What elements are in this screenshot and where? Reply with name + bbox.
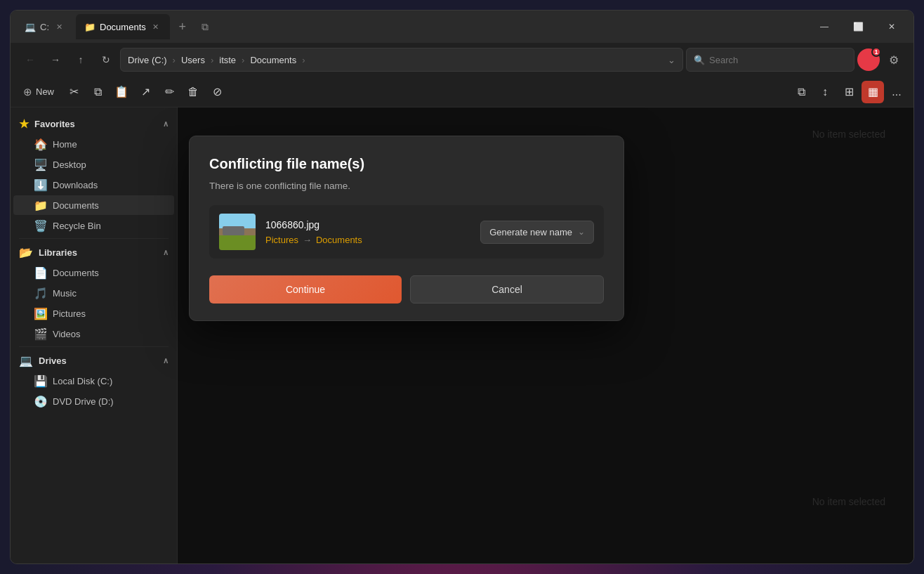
back-button[interactable]: ← <box>19 48 41 71</box>
layout-button[interactable]: ⊞ <box>838 81 860 103</box>
tab-documents[interactable]: 📁 Documents ✕ <box>76 14 170 39</box>
toolbar: ← → ↑ ↻ Drive (C:) › Users › itste › Doc… <box>11 43 913 77</box>
sidebar-item-pictures-label: Pictures <box>53 308 86 319</box>
tab-layout-button[interactable]: ⧉ <box>195 17 215 37</box>
sidebar-item-videos[interactable]: 🎬 Videos <box>13 324 174 344</box>
new-button[interactable]: ⊕ New <box>16 81 61 103</box>
desktop-icon: 🖥️ <box>34 158 47 171</box>
tab-documents-label: Documents <box>100 22 146 32</box>
copy-button[interactable]: ⧉ <box>86 81 109 103</box>
favorites-label: Favorites <box>34 119 75 129</box>
sort-button[interactable]: ↕ <box>814 81 836 103</box>
delete-button[interactable]: 🗑 <box>182 81 204 103</box>
sidebar-item-music[interactable]: 🎵 Music <box>13 283 174 303</box>
continue-button[interactable]: Continue <box>209 275 402 304</box>
view-toggle-button[interactable]: ▦ <box>862 81 884 103</box>
search-bar[interactable]: 🔍 <box>686 48 854 72</box>
sidebar-item-recycle-bin[interactable]: 🗑️ Recycle Bin <box>13 216 174 235</box>
conflict-resolution-dropdown[interactable]: Generate new name ⌄ <box>480 221 594 244</box>
main-area: ★ Favorites ∧ 🏠 Home 🖥️ Desktop ⬇️ Downl… <box>11 107 913 563</box>
tab-c-drive[interactable]: 💻 C: ✕ <box>16 14 73 39</box>
videos-icon: 🎬 <box>34 327 47 340</box>
sidebar-item-documents[interactable]: 📁 Documents <box>13 195 174 215</box>
refresh-button[interactable]: ↻ <box>95 48 117 71</box>
lib-documents-icon: 📄 <box>34 266 47 279</box>
window-controls: — ⬜ ✕ <box>808 15 908 38</box>
breadcrumb-sep-4: › <box>302 55 305 65</box>
user-avatar[interactable]: 1 <box>857 48 880 71</box>
sidebar-item-downloads[interactable]: ⬇️ Downloads <box>13 175 174 195</box>
breadcrumb-drive: Drive (C:) <box>128 55 167 65</box>
drives-folder-icon: 💻 <box>19 354 33 367</box>
sidebar-divider-2 <box>19 346 169 347</box>
tab-c-drive-icon: 💻 <box>25 21 36 32</box>
up-button[interactable]: ↑ <box>70 48 92 71</box>
sidebar-item-home-label: Home <box>53 139 77 150</box>
tab-c-drive-close[interactable]: ✕ <box>53 21 65 32</box>
sidebar-divider-1 <box>19 238 169 239</box>
favorites-chevron: ∧ <box>163 119 169 129</box>
conflict-dropdown-label: Generate new name <box>489 227 572 237</box>
sidebar-item-lib-documents[interactable]: 📄 Documents <box>13 263 174 282</box>
favorites-section[interactable]: ★ Favorites ∧ <box>11 113 177 133</box>
cut-button[interactable]: ✂ <box>62 81 85 103</box>
sidebar: ★ Favorites ∧ 🏠 Home 🖥️ Desktop ⬇️ Downl… <box>11 107 178 563</box>
settings-icon[interactable]: ⚙ <box>883 48 905 71</box>
file-explorer-window: 💻 C: ✕ 📁 Documents ✕ + ⧉ — ⬜ ✕ ← → ↑ ↻ D… <box>10 10 914 564</box>
rename-button[interactable]: ✏ <box>158 81 180 103</box>
sidebar-item-dvd-drive-label: DVD Drive (D:) <box>53 396 114 407</box>
tab-documents-close[interactable]: ✕ <box>150 21 161 32</box>
address-chevron[interactable]: ⌄ <box>668 55 675 65</box>
sidebar-item-local-disk[interactable]: 💾 Local Disk (C:) <box>13 371 174 391</box>
tab-c-drive-label: C: <box>40 22 49 32</box>
sidebar-item-desktop-label: Desktop <box>53 159 86 170</box>
search-input[interactable] <box>709 55 847 65</box>
conflict-dest: Documents <box>316 235 362 245</box>
drives-chevron: ∧ <box>163 356 169 365</box>
titlebar: 💻 C: ✕ 📁 Documents ✕ + ⧉ — ⬜ ✕ <box>11 11 913 43</box>
forward-button[interactable]: → <box>44 48 67 71</box>
recycle-bin-icon: 🗑️ <box>34 219 47 232</box>
share-view-button[interactable]: ⧉ <box>790 81 812 103</box>
sidebar-item-pictures[interactable]: 🖼️ Pictures <box>13 304 174 323</box>
new-label: New <box>36 86 54 97</box>
paste-button[interactable]: 📋 <box>110 81 133 103</box>
dropdown-chevron-icon: ⌄ <box>578 227 585 237</box>
conflict-source: Pictures <box>265 235 298 245</box>
breadcrumb-sep-2: › <box>211 55 213 65</box>
cancel-button[interactable]: Cancel <box>410 275 604 304</box>
dialog-actions: Continue Cancel <box>209 275 604 304</box>
search-icon: 🔍 <box>694 55 705 65</box>
dialog-subtitle: There is one conflicting file name. <box>209 181 604 191</box>
cancel-label: Cancel <box>491 284 522 295</box>
minimize-button[interactable]: — <box>808 15 840 38</box>
content-area: No item selected No item selected Confli… <box>178 107 913 563</box>
more-button[interactable]: ⊘ <box>206 81 228 103</box>
sidebar-item-desktop[interactable]: 🖥️ Desktop <box>13 155 174 174</box>
folder-icon: 📂 <box>19 246 33 259</box>
share-button[interactable]: ↗ <box>134 81 157 103</box>
breadcrumb-users: Users <box>181 55 205 65</box>
command-bar: ⊕ New ✂ ⧉ 📋 ↗ ✏ 🗑 ⊘ ⧉ ↕ ⊞ ▦ ... <box>11 77 913 107</box>
sidebar-item-dvd-drive[interactable]: 💿 DVD Drive (D:) <box>13 391 174 411</box>
dvd-drive-icon: 💿 <box>34 395 47 407</box>
dialog-overlay: Conflicting file name(s) There is one co… <box>178 107 913 563</box>
new-tab-button[interactable]: + <box>173 17 192 37</box>
sidebar-item-home[interactable]: 🏠 Home <box>13 134 174 154</box>
close-button[interactable]: ✕ <box>876 15 908 38</box>
drives-section[interactable]: 💻 Drives ∧ <box>11 350 177 370</box>
drives-label: Drives <box>39 356 67 366</box>
new-icon: ⊕ <box>23 86 32 98</box>
maximize-button[interactable]: ⬜ <box>842 15 874 38</box>
libraries-section[interactable]: 📂 Libraries ∧ <box>11 242 177 262</box>
address-bar[interactable]: Drive (C:) › Users › itste › Documents ›… <box>120 48 683 72</box>
conflict-thumbnail <box>219 214 256 250</box>
options-button[interactable]: ... <box>885 81 908 103</box>
documents-icon: 📁 <box>34 199 47 211</box>
downloads-icon: ⬇️ <box>34 178 47 191</box>
conflict-filename: 1066860.jpg <box>265 219 470 230</box>
conflict-info: 1066860.jpg Pictures → Documents <box>265 219 470 245</box>
dialog-title: Conflicting file name(s) <box>209 156 604 172</box>
conflict-arrow: → <box>303 235 312 245</box>
music-icon: 🎵 <box>34 287 47 299</box>
